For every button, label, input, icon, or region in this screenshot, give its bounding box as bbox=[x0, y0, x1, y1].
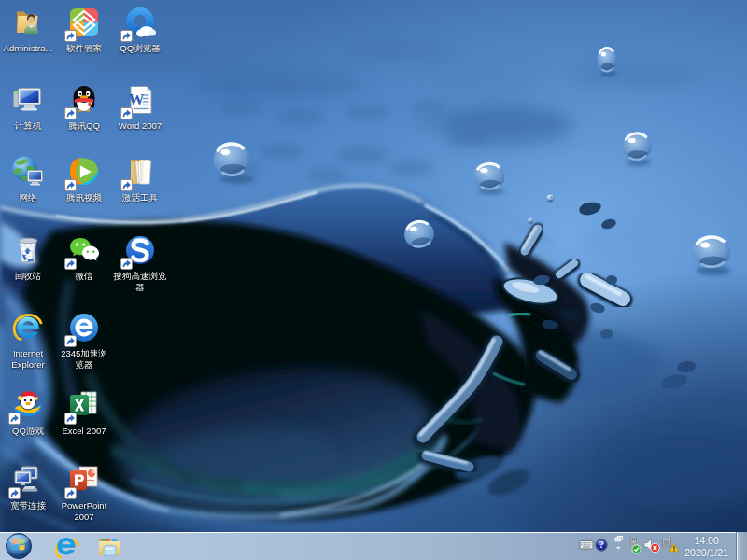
svg-text:W: W bbox=[129, 91, 145, 108]
svg-text:?: ? bbox=[599, 540, 604, 550]
